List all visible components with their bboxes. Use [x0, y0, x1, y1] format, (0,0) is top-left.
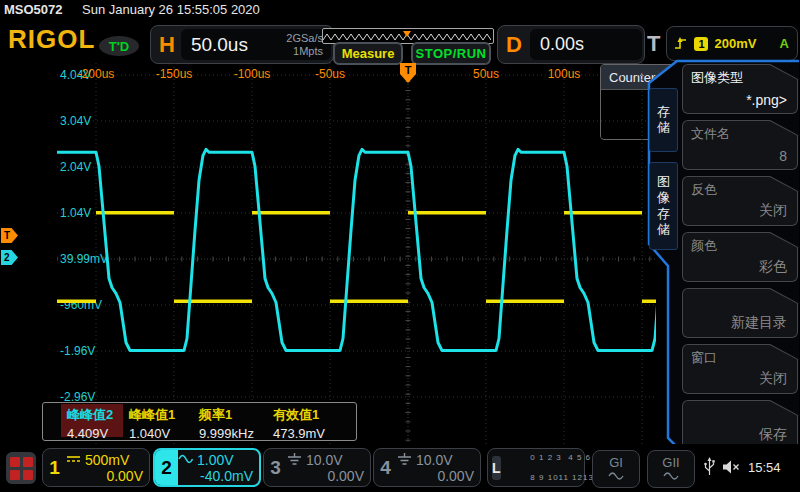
generator-label: GI	[609, 456, 623, 469]
channel-box-1[interactable]: 1500mV0.00V	[42, 448, 150, 487]
volt-label: 2.04V	[60, 160, 91, 174]
volt-label: 3.04V	[60, 114, 91, 128]
sine-icon	[608, 469, 624, 482]
datetime: Sun January 26 15:55:05 2020	[82, 2, 260, 17]
menu-item-label: 文件名	[691, 125, 730, 143]
delay-value: 0.00s	[530, 34, 584, 55]
channel-scale: 10.0V	[416, 452, 453, 468]
menu-item[interactable]: 窗口关闭	[682, 344, 798, 394]
measurement-value: 473.9mV	[267, 424, 353, 441]
title-bar: MSO5072 Sun January 26 15:55:05 2020	[0, 0, 800, 20]
channel-offset: 0.00V	[66, 468, 143, 484]
generator-1-button[interactable]: GI	[592, 450, 640, 488]
measurement-label: 峰峰值2	[61, 406, 123, 424]
channel-box-3[interactable]: 310.0V0.00V	[263, 448, 371, 487]
sample-rate: 2GSa/s	[286, 32, 323, 44]
oscilloscope-screen: MSO5072 Sun January 26 15:55:05 2020 RIG…	[0, 0, 800, 492]
generator-label: GII	[662, 456, 679, 469]
menu-item-value: 新建目录	[731, 314, 787, 332]
volt-label: 39.99mV	[60, 252, 108, 266]
ch2-ground-marker[interactable]: 2	[1, 250, 18, 265]
trigger-level-marker[interactable]: T	[1, 228, 18, 243]
menu-item-value: 关闭	[759, 202, 787, 220]
windows-grid-button[interactable]	[6, 452, 36, 484]
volt-label: -1.96V	[60, 344, 95, 358]
measurement-popup: 峰峰值24.409V峰峰值11.040V频率19.999kHz有效值1473.9…	[42, 402, 357, 441]
channel-scale: 10.0V	[306, 452, 343, 468]
coupling-dc-icon	[66, 452, 81, 468]
measure-button[interactable]: Measure	[333, 42, 403, 65]
channel-number: 3	[264, 449, 287, 486]
trigger-block[interactable]: T 1 200mV A	[645, 25, 798, 62]
memory-depth: 1Mpts	[293, 45, 323, 57]
menu-item-label: 图像类型	[691, 69, 743, 87]
measurement-cell[interactable]: 频率19.999kHz	[193, 404, 267, 437]
measurement-label: 有效值1	[267, 406, 353, 424]
menu-item-label: 反色	[691, 181, 717, 199]
timebase-value: 50.0us	[181, 34, 286, 56]
time-label: -50us	[315, 67, 345, 81]
menu-item[interactable]: 保存	[682, 400, 798, 450]
storage-menu-panel: 存储图像存储图像类型*.png>文件名8反色关闭颜色彩色新建目录窗口关闭保存	[640, 58, 800, 458]
measurement-cell[interactable]: 峰峰值11.040V	[123, 404, 193, 437]
menu-item-label: 颜色	[691, 237, 717, 255]
time-label: 100us	[548, 67, 581, 81]
menu-item-value: 保存	[759, 426, 787, 444]
channel-scale: 500mV	[85, 452, 129, 468]
channel-box-4[interactable]: 410.0V0.00V	[373, 448, 481, 487]
trigger-source-badge: 1	[694, 37, 708, 51]
menu-tab-storage[interactable]: 存储	[649, 88, 678, 152]
measurement-label: 峰峰值1	[123, 406, 193, 424]
time-label: 50us	[473, 67, 499, 81]
delay-block[interactable]: D 0.00s	[497, 25, 645, 64]
channel-offset: -40.0mV	[178, 468, 253, 484]
graticule: 4.04V3.04V2.04V1.04V39.99mV-960mV-1.96V-…	[57, 63, 656, 445]
measurement-value: 9.999kHz	[193, 424, 267, 441]
triggered-badge: T'D	[99, 36, 139, 56]
time-label: -100us	[234, 67, 271, 81]
trigger-mode: A	[780, 36, 791, 51]
menu-item-value: 8	[779, 148, 787, 164]
rising-edge-icon	[673, 36, 688, 51]
channel-number: 2	[155, 450, 178, 485]
clock: 15:54	[748, 460, 781, 475]
coupling-gnd-icon	[397, 452, 412, 468]
channel-box-2[interactable]: 21.00V-40.0mV	[153, 448, 261, 487]
measurement-value: 1.040V	[123, 424, 193, 441]
measurement-value: 4.409V	[61, 424, 123, 441]
channel-bar: L 0 1 2 3 4 5 6 7 8 9 1011 12131415 15:5…	[0, 444, 800, 492]
logic-row1: 0 1 2 3 4 5 6 7	[530, 453, 599, 462]
menu-item-label: 窗口	[691, 349, 717, 367]
model-name: MSO5072	[4, 2, 63, 17]
waveform-display: 4.04V3.04V2.04V1.04V39.99mV-960mV-1.96V-…	[57, 63, 656, 445]
horizontal-block[interactable]: H 50.0us 2GSa/s 1Mpts	[150, 25, 334, 64]
channel-number: 1	[43, 449, 66, 486]
menu-tab-image-storage[interactable]: 图像存储	[649, 162, 678, 250]
menu-item[interactable]: 图像类型*.png>	[682, 64, 798, 114]
measurement-cell[interactable]: 峰峰值24.409V	[61, 404, 123, 437]
usb-icon	[704, 457, 715, 477]
channel-offset: 0.00V	[397, 468, 474, 484]
menu-item[interactable]: 文件名8	[682, 120, 798, 170]
generator-2-button[interactable]: GII	[647, 450, 695, 488]
menu-item[interactable]: 颜色彩色	[682, 232, 798, 282]
measurement-cell[interactable]: 有效值1473.9mV	[267, 404, 353, 437]
menu-item[interactable]: 反色关闭	[682, 176, 798, 226]
coupling-gnd-icon	[287, 452, 302, 468]
channel-number: 4	[374, 449, 397, 486]
coupling-ac-icon	[178, 452, 193, 468]
stop-run-button[interactable]: STOP/RUN	[411, 42, 491, 65]
sine-icon	[663, 469, 679, 482]
menu-item-value: *.png>	[746, 92, 787, 108]
time-label: -150us	[156, 67, 193, 81]
menu-item[interactable]: 新建目录	[682, 288, 798, 338]
logic-channels-box[interactable]: L 0 1 2 3 4 5 6 7 8 9 1011 12131415	[487, 448, 585, 487]
menu-item-value: 关闭	[759, 370, 787, 388]
rigol-logo: RIGOL	[8, 24, 95, 55]
ch2-waveform	[57, 149, 656, 350]
status-icons: 15:54	[704, 457, 781, 477]
channel-scale: 1.00V	[197, 452, 234, 468]
d-label: D	[498, 32, 530, 58]
ch1-waveform	[57, 213, 656, 301]
channel-offset: 0.00V	[287, 468, 364, 484]
